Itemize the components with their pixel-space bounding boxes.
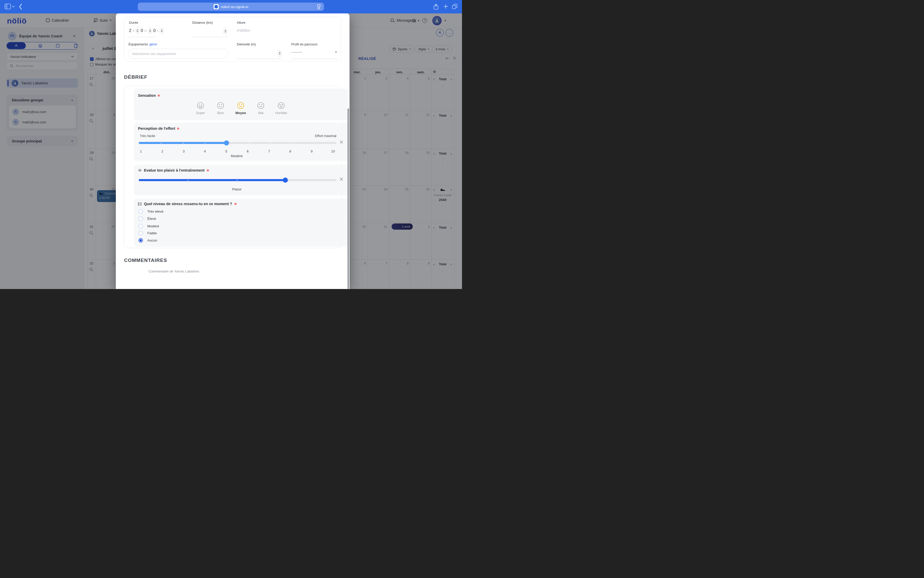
tab-overview-icon[interactable] [452,3,458,9]
commentaires-title: COMMENTAIRES [124,258,167,263]
smile-face-icon [217,102,224,109]
seconds-stepper[interactable] [160,28,164,34]
stress-option-selected[interactable]: Aucun [138,238,157,242]
list-icon [138,202,142,206]
radio-icon [138,216,143,221]
duration-seconds-value[interactable]: 0 [154,28,156,33]
debrief-card: Sensation✱ Super Bien [124,86,342,248]
duration-hours-value[interactable]: 2 [129,28,131,33]
chevron-down-icon: ▼ [335,51,337,54]
laughing-face-icon [196,102,204,109]
hours-stepper[interactable] [136,28,139,34]
stress-option[interactable]: Modéré [138,224,159,228]
radio-selected-icon [138,238,143,242]
gerer-link[interactable]: gérer [149,42,157,46]
neutral-face-icon [237,102,245,109]
plaisir-section: Evalue ton plaisir à l'entraînement✱ Pla… [134,165,348,195]
clear-effort-button[interactable] [339,140,343,144]
reader-view-icon[interactable] [317,4,321,9]
plaisir-value-label: Plaisir [232,187,242,191]
radio-icon [138,231,143,235]
radio-icon [138,224,143,228]
denivele-label: Dénivelé (m) [237,42,256,46]
minutes-stepper[interactable] [148,28,152,34]
stress-option[interactable]: Très élevé [138,209,164,214]
sad-face-icon [257,102,265,109]
scrollbar[interactable] [347,109,349,289]
debrief-title: DÉBRIEF [124,74,147,80]
new-tab-icon[interactable] [443,4,448,9]
share-icon[interactable] [433,3,439,10]
required-asterisk: ✱ [207,169,209,172]
sensation-option-mal[interactable] [257,102,265,109]
effort-slider[interactable] [139,142,336,144]
required-asterisk: ✱ [177,127,180,131]
sidebar-toggle-icon[interactable] [5,3,11,9]
sensation-option-horrible[interactable] [277,102,285,109]
effort-max-label: Effort maximal [315,134,336,138]
session-modal: Durée 2 h 0 m 0 s Distance (km) Allure 4… [116,13,350,289]
site-favicon [214,4,219,9]
profil-label: Profil du parcours [291,42,318,46]
radio-icon [138,209,143,214]
profil-select[interactable]: --------- ▼ [291,50,337,54]
sensation-option-super[interactable] [196,102,204,109]
allure-input[interactable]: 4'00/km [237,28,250,32]
stress-option[interactable]: Élevé [138,216,156,221]
stress-section: Quel niveau de stress ressens-tu en ce m… [134,199,348,247]
allure-label: Allure [237,21,245,24]
duree-label: Durée [129,21,138,24]
effort-value-label: Modéré [231,154,243,158]
dead-face-icon [277,102,285,109]
page: nöliö Calendrier Suivi ▼ Modèles new Mes… [0,0,462,289]
stress-option[interactable]: Faible [138,231,157,235]
sensation-option-moyen-selected[interactable] [237,102,245,109]
back-button[interactable] [19,3,23,10]
clear-plaisir-button[interactable] [339,177,343,181]
equipment-input[interactable]: Sélectionne des équipements [128,49,229,58]
address-bar[interactable]: nolio2.eu.ngrok.io [138,3,324,11]
comment-input[interactable]: Commentaire de Yannic Labartino [149,270,199,273]
required-asterisk: ✱ [234,202,237,206]
plaisir-slider-thumb[interactable] [283,177,288,183]
sensation-section: Sensation✱ Super Bien [134,89,348,120]
duration-minutes-value[interactable]: 0 [141,28,143,33]
equipements-label: Équipements [128,42,148,46]
plaisir-slider[interactable] [139,179,336,181]
distance-stepper[interactable] [224,28,227,34]
slider-icon [138,169,142,172]
distance-label: Distance (km) [192,21,213,24]
denivele-stepper[interactable] [277,50,281,57]
sensation-option-bien[interactable] [217,102,224,109]
metrics-card: Durée 2 h 0 m 0 s Distance (km) Allure 4… [124,17,341,62]
url-text: nolio2.eu.ngrok.io [221,5,248,9]
effort-section: Perception de l'effort✱ Très facile Effo… [134,123,348,161]
required-asterisk: ✱ [157,94,160,97]
browser-chrome: nolio2.eu.ngrok.io [0,0,462,13]
effort-min-label: Très facile [140,134,155,138]
denivele-input[interactable] [237,59,281,59]
chevron-down-icon[interactable] [12,6,15,8]
effort-slider-thumb[interactable] [224,140,229,146]
